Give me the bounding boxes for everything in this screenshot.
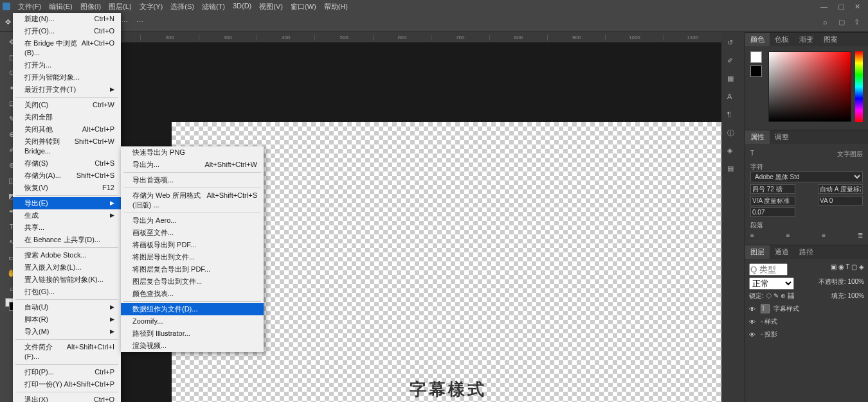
panel-tab[interactable]: 路径 — [794, 245, 818, 259]
info-icon[interactable]: ⓘ — [727, 128, 739, 140]
menu-row[interactable]: 路径到 Illustrator... — [121, 328, 264, 340]
menu-item[interactable]: 图像(I) — [77, 1, 105, 13]
brush-panel-icon[interactable]: ✐ — [727, 57, 739, 68]
menu-row[interactable]: 快速导出为 PNG — [121, 146, 264, 159]
menu-row[interactable]: 数据组作为文件(D)... — [121, 303, 264, 315]
menu-row[interactable]: 导出(E)▶ — [13, 197, 121, 209]
align-center-icon[interactable]: ≡ — [786, 232, 790, 239]
close-button[interactable]: ✕ — [849, 1, 865, 12]
layer-row[interactable]: 👁◦ 投影 — [749, 328, 864, 341]
align-left-icon[interactable]: ≡ — [750, 232, 754, 239]
para-icon[interactable]: ¶ — [727, 110, 739, 122]
distribute-icon[interactable]: ⋯ — [121, 18, 130, 27]
menu-row[interactable]: 画板至文件... — [121, 227, 264, 239]
menu-row[interactable]: 将画板导出到 PDF... — [121, 239, 264, 251]
menu-row[interactable]: 将图层复合导出到 PDF... — [121, 263, 264, 275]
swatches-icon[interactable]: ▦ — [727, 74, 739, 86]
menu-row[interactable]: 退出(X)Ctrl+Q — [13, 394, 121, 402]
menu-item[interactable]: 文字(Y) — [136, 1, 167, 13]
share-icon[interactable]: ⇪ — [854, 18, 863, 27]
font-family-select[interactable]: Adobe 黑体 Std — [750, 171, 863, 182]
menu-item[interactable]: 编辑(E) — [45, 1, 77, 13]
menu-row[interactable]: 导出为...Alt+Shift+Ctrl+W — [121, 159, 264, 171]
menu-row[interactable]: 关闭其他Alt+Ctrl+P — [13, 123, 121, 135]
menu-row[interactable]: 文件简介(F)...Alt+Shift+Ctrl+I — [13, 341, 121, 363]
hue-slider[interactable] — [855, 51, 863, 122]
menu-row[interactable]: 导入(M)▶ — [13, 326, 121, 338]
visibility-icon[interactable]: 👁 — [749, 331, 757, 338]
menu-row[interactable]: 存储为 Web 所用格式 (旧版) ...Alt+Shift+Ctrl+S — [121, 189, 264, 211]
menu-row[interactable]: 在 Behance 上共享(D)... — [13, 234, 121, 246]
menu-row[interactable]: 导出首选项... — [121, 174, 264, 186]
maximize-button[interactable]: ▢ — [833, 1, 849, 12]
panel-tab[interactable]: 属性 — [745, 130, 770, 144]
menu-row[interactable]: 导出为 Aero... — [121, 214, 264, 227]
more-icon[interactable]: ⋯ — [136, 18, 145, 27]
char-icon[interactable]: A — [727, 92, 739, 104]
menu-row[interactable]: 存储(S)Ctrl+S — [13, 157, 121, 170]
menu-row[interactable]: 将图层导出到文件... — [121, 251, 264, 263]
visibility-icon[interactable]: 👁 — [749, 319, 757, 326]
minimize-button[interactable]: — — [815, 1, 833, 12]
panel-tab[interactable]: 图层 — [745, 245, 770, 259]
menu-row[interactable]: 打包(G)... — [13, 286, 121, 298]
layer-filter-input[interactable] — [749, 263, 788, 275]
menu-row[interactable]: 自动(U)▶ — [13, 301, 121, 313]
scale-input[interactable] — [750, 207, 795, 217]
menu-row[interactable]: 关闭(C)Ctrl+W — [13, 99, 121, 111]
menu-row[interactable]: 置入链接的智能对象(K)... — [13, 274, 121, 286]
menu-item[interactable]: 选择(S) — [167, 1, 198, 13]
panel-tab[interactable]: 色板 — [770, 33, 794, 46]
menu-row[interactable]: 在 Bridge 中浏览(B)...Alt+Ctrl+O — [13, 37, 121, 59]
visibility-icon[interactable]: 👁 — [749, 306, 757, 313]
panel-tab[interactable]: 颜色 — [745, 33, 770, 46]
leading-input[interactable] — [818, 184, 863, 194]
menu-row[interactable]: 共享... — [13, 222, 121, 234]
foreground-swatch[interactable] — [750, 51, 762, 63]
menu-row[interactable]: 存储为(A)...Shift+Ctrl+S — [13, 170, 121, 182]
menu-item[interactable]: 帮助(H) — [320, 1, 352, 13]
menu-row[interactable]: 打开为智能对象... — [13, 71, 121, 83]
layer-row[interactable]: 👁◦ 样式 — [749, 315, 864, 328]
menu-item[interactable]: 文件(F) — [14, 1, 45, 13]
menu-row[interactable]: 搜索 Adobe Stock... — [13, 249, 121, 261]
menu-row[interactable]: 图层复合导出到文件... — [121, 275, 264, 288]
kerning-input[interactable] — [750, 196, 795, 205]
menu-row[interactable]: 脚本(R)▶ — [13, 313, 121, 326]
menu-row[interactable]: 打开为... — [13, 59, 121, 71]
menu-item[interactable]: 3D(D) — [229, 1, 255, 13]
blend-mode-select[interactable]: 正常 — [749, 277, 794, 290]
layer-row[interactable]: 👁T字幕样式 — [749, 302, 864, 315]
menu-row[interactable]: 最近打开文件(T)▶ — [13, 83, 121, 96]
panel-tab[interactable]: 调整 — [770, 130, 794, 144]
menu-row[interactable]: 恢复(V)F12 — [13, 182, 121, 194]
menu-item[interactable]: 窗口(W) — [287, 1, 320, 13]
justify-icon[interactable]: ≣ — [858, 232, 863, 239]
menu-row[interactable]: 关闭并转到 Bridge...Shift+Ctrl+W — [13, 135, 121, 157]
background-swatch[interactable] — [750, 66, 762, 77]
menu-row[interactable]: 打印(P)...Ctrl+P — [13, 366, 121, 378]
menu-item[interactable]: 图层(L) — [105, 1, 135, 13]
color-picker-field[interactable] — [768, 51, 851, 122]
panel-tab[interactable]: 渐变 — [794, 33, 818, 46]
menu-row[interactable]: 颜色查找表... — [121, 288, 264, 300]
tracking-input[interactable] — [818, 196, 863, 205]
library-icon[interactable]: ▤ — [727, 164, 739, 176]
menu-item[interactable]: 视图(V) — [255, 1, 287, 13]
menu-row[interactable]: Zoomify... — [121, 315, 264, 328]
menu-row[interactable]: 打印一份(Y)Alt+Shift+Ctrl+P — [13, 378, 121, 390]
panel-tab[interactable]: 通道 — [770, 245, 794, 259]
menu-row[interactable]: 打开(O)...Ctrl+O — [13, 25, 121, 37]
menu-row[interactable]: 生成▶ — [13, 209, 121, 222]
menu-row[interactable]: 新建(N)...Ctrl+N — [13, 13, 121, 25]
font-size-input[interactable] — [750, 184, 795, 194]
panel-tab[interactable]: 图案 — [818, 33, 843, 46]
menu-row[interactable]: 置入嵌入对象(L)... — [13, 261, 121, 274]
align-right-icon[interactable]: ≡ — [822, 232, 826, 239]
menu-row[interactable]: 渲染视频... — [121, 340, 264, 352]
menu-row[interactable]: 关闭全部 — [13, 111, 121, 123]
menu-item[interactable]: 滤镜(T) — [198, 1, 229, 13]
search-icon[interactable]: ⌕ — [823, 18, 832, 27]
history-icon[interactable]: ↺ — [727, 39, 739, 50]
workspace-icon[interactable]: ▢ — [838, 18, 847, 27]
